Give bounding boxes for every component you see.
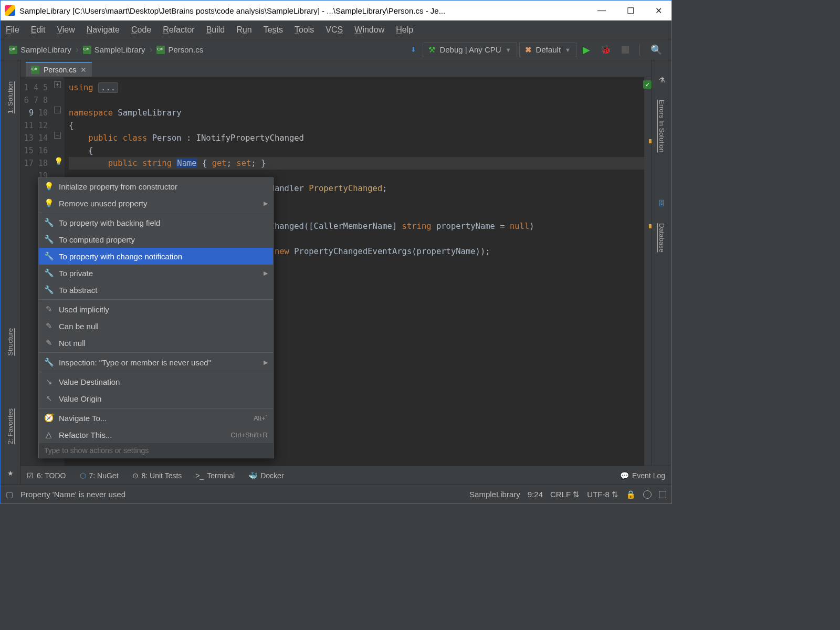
intention-item[interactable]: 🔧Inspection: "Type or member is never us… (39, 354, 273, 371)
triangle-icon: △ (44, 430, 54, 439)
intention-item[interactable]: ↖Value Origin (39, 390, 273, 407)
rail-solution[interactable]: 1: Solution (6, 81, 14, 113)
status-encoding[interactable]: UTF-8 ⇅ (587, 490, 618, 499)
arrow-up-left-icon: ↖ (44, 394, 54, 403)
status-project[interactable]: SampleLibrary (469, 490, 520, 499)
compass-icon: 🧭 (44, 413, 54, 423)
menu-vcs[interactable]: VCS (326, 25, 343, 35)
intention-item[interactable]: 🧭Navigate To...Alt+` (39, 410, 273, 426)
intention-item[interactable]: 💡Remove unused property▶ (39, 195, 273, 212)
tests-icon: ⊙ (132, 471, 139, 480)
lock-icon[interactable]: 🔒 (626, 490, 636, 499)
intention-item[interactable]: ✎Not null (39, 334, 273, 351)
tab-person-cs[interactable]: Person.cs ✕ (26, 62, 92, 77)
menu-help[interactable]: Help (396, 25, 413, 35)
scheme-icon: ✖ (525, 45, 532, 55)
tool-nuget[interactable]: ⬡7: NuGet (80, 471, 119, 480)
menu-refactor[interactable]: Refactor (163, 25, 194, 35)
warning-marker[interactable] (649, 139, 652, 143)
menu-file[interactable]: File (6, 25, 19, 35)
menu-build[interactable]: Build (206, 25, 225, 35)
menu-navigate[interactable]: Navigate (87, 25, 120, 35)
menu-window[interactable]: Window (354, 25, 384, 35)
rail-database[interactable]: Database (658, 223, 666, 253)
breadcrumb-project[interactable]: SampleLibrary (80, 44, 149, 56)
fold-icon[interactable]: − (54, 132, 61, 139)
bottom-tool-strip: ☑6: TODO ⬡7: NuGet ⊙8: Unit Tests >_Term… (20, 466, 671, 485)
event-log[interactable]: 💬Event Log (620, 471, 665, 480)
shortcut-label: Alt+` (254, 414, 268, 422)
run-config-combo[interactable]: ⚒ Debug | Any CPU ▼ (423, 43, 517, 57)
terminal-icon: >_ (195, 471, 204, 480)
database-icon[interactable]: 🗄 (658, 200, 665, 207)
minimize-button[interactable]: — (597, 6, 606, 16)
fold-icon[interactable]: + (54, 81, 61, 88)
menu-view[interactable]: View (57, 25, 75, 35)
hammer-icon: ⚒ (428, 45, 435, 55)
intention-item[interactable]: 🔧To computed property (39, 231, 273, 248)
annotation-strip[interactable]: ✓ (644, 77, 652, 466)
speech-icon: 💬 (620, 471, 629, 480)
breadcrumb-file[interactable]: Person.cs (153, 44, 206, 56)
right-tool-rail: ⚗ Errors In Solution 🗄 Database (652, 60, 671, 485)
tool-terminal[interactable]: >_Terminal (195, 471, 235, 480)
status-message: Property 'Name' is never used (20, 490, 125, 499)
check-icon: ☑ (27, 471, 34, 480)
menu-run[interactable]: Run (236, 25, 251, 35)
menu-tests[interactable]: Tests (264, 25, 283, 35)
menu-code[interactable]: Code (131, 25, 151, 35)
rail-errors[interactable]: Errors In Solution (658, 100, 666, 152)
warning-marker[interactable] (649, 224, 652, 228)
flask-icon[interactable]: ⚗ (659, 76, 665, 84)
menu-tools[interactable]: Tools (295, 25, 314, 35)
shortcut-label: Ctrl+Shift+R (230, 431, 268, 439)
intention-item[interactable]: ✎Can be null (39, 318, 273, 334)
window-title: SampleLibrary [C:\Users\maart\Desktop\Je… (19, 6, 597, 15)
search-button[interactable]: 🔍 (646, 42, 666, 58)
rail-favorites[interactable]: 2: Favorites (6, 408, 14, 444)
status-caret-pos[interactable]: 9:24 (528, 490, 543, 499)
intention-item[interactable]: △Refactor This...Ctrl+Shift+R (39, 426, 273, 443)
wrench-icon: 🔧 (44, 268, 54, 278)
analysis-ok-icon[interactable]: ✓ (643, 80, 652, 89)
menu-edit[interactable]: Edit (31, 25, 46, 35)
sync-icon[interactable] (659, 491, 666, 498)
intention-item-selected[interactable]: 🔧To property with change notification (39, 248, 273, 265)
intention-item[interactable]: 🔧To abstract (39, 281, 273, 298)
close-button[interactable]: ✕ (655, 6, 662, 16)
run-button[interactable]: ▶ (579, 42, 594, 58)
chevron-down-icon: ▼ (565, 47, 571, 53)
wrench-icon: 🔧 (44, 218, 54, 227)
status-line-ending[interactable]: CRLF ⇅ (550, 490, 580, 499)
intention-item[interactable]: 🔧To private▶ (39, 265, 273, 281)
maximize-button[interactable]: ☐ (627, 6, 634, 16)
statusbar-icon[interactable]: ▢ (6, 490, 13, 499)
tool-todo[interactable]: ☑6: TODO (27, 471, 66, 480)
bulb-icon: 💡 (44, 182, 54, 191)
intention-item[interactable]: ↘Value Destination (39, 373, 273, 390)
tool-unit-tests[interactable]: ⊙8: Unit Tests (132, 471, 182, 480)
breadcrumb-solution[interactable]: SampleLibrary (6, 44, 75, 56)
pencil-icon: ✎ (44, 321, 54, 331)
intention-item[interactable]: 💡Initialize property from constructor (39, 178, 273, 195)
wrench-icon: 🔧 (44, 235, 54, 244)
intention-search-input[interactable] (39, 443, 273, 458)
fold-icon[interactable]: − (54, 107, 61, 113)
stop-button[interactable] (617, 44, 633, 56)
left-tool-rail: 1: Solution Structure 2: Favorites ★ (1, 60, 20, 485)
indicator-icon[interactable] (643, 490, 652, 499)
debug-button[interactable]: 🐞 (596, 43, 615, 57)
close-tab-button[interactable]: ✕ (80, 66, 87, 74)
download-button[interactable]: ⬇ (406, 44, 421, 56)
scheme-combo[interactable]: ✖ Default ▼ (519, 43, 576, 57)
chevron-down-icon: ▼ (506, 47, 511, 53)
intention-item[interactable]: ✎Used implicitly (39, 301, 273, 318)
tool-docker[interactable]: 🐳Docker (248, 471, 284, 480)
rail-structure[interactable]: Structure (6, 328, 14, 356)
menubar: File Edit View Navigate Code Refactor Bu… (1, 20, 671, 39)
chevron-right-icon: › (149, 44, 152, 55)
nuget-icon: ⬡ (80, 471, 86, 480)
wrench-icon: 🔧 (44, 251, 54, 261)
bulb-icon[interactable]: 💡 (54, 157, 63, 165)
intention-item[interactable]: 🔧To property with backing field (39, 214, 273, 231)
